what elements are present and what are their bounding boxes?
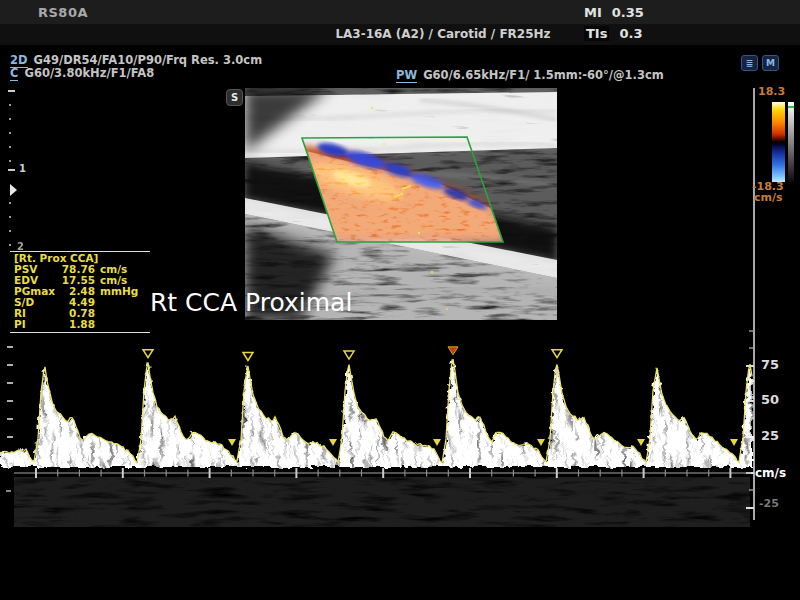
ti-label: TIs bbox=[584, 26, 609, 41]
ti-value: 0.3 bbox=[619, 26, 642, 41]
psv-marker-open bbox=[143, 350, 153, 358]
time-axis bbox=[14, 468, 751, 478]
edv-marker bbox=[537, 439, 545, 446]
velocity-label-neg25: -25 bbox=[759, 497, 779, 510]
mode-pw-label: PW bbox=[396, 68, 417, 83]
mode-2d-params: 2DG49/DR54/FA10/P90/Frq Res. 3.0cm bbox=[10, 53, 262, 67]
mode-2d-values: G49/DR54/FA10/P90/Frq Res. 3.0cm bbox=[34, 53, 263, 67]
mode-pw-params: PWG60/6.65kHz/F1/ 1.5mm:-60°/@1.3cm bbox=[396, 68, 664, 82]
measure-package-icon[interactable]: M bbox=[762, 55, 779, 71]
mode-color-values: G60/3.80kHz/F1/FA8 bbox=[24, 66, 154, 80]
ti-readout: TIs 0.3 bbox=[584, 26, 642, 41]
psv-marker-open bbox=[243, 353, 253, 361]
measurement-panel: [Rt. Prox CCA] PSV78.76cm/s EDV17.55cm/s… bbox=[10, 251, 150, 333]
mi-readout: MI 0.35 bbox=[584, 5, 644, 20]
gray-scale-bar bbox=[788, 102, 794, 182]
title-bar bbox=[0, 0, 800, 24]
velocity-unit-label: cm/s bbox=[755, 466, 786, 480]
edv-marker bbox=[329, 439, 337, 446]
velocity-label-25: 25 bbox=[761, 428, 779, 443]
velocity-label-50: 50 bbox=[761, 392, 779, 407]
annotation-text[interactable]: Rt CCA Proximal bbox=[150, 288, 352, 317]
status-icons: ≣ M bbox=[741, 55, 779, 71]
depth-label-1: 1 bbox=[19, 163, 26, 174]
system-model-label: RS80A bbox=[38, 5, 88, 20]
edv-marker bbox=[433, 439, 441, 446]
depth-ruler bbox=[8, 90, 17, 246]
edv-marker bbox=[228, 439, 236, 446]
mi-value: 0.35 bbox=[612, 5, 644, 20]
psv-marker-open bbox=[344, 351, 354, 359]
mode-color-label: C bbox=[10, 66, 18, 81]
orientation-marker: S bbox=[226, 89, 243, 106]
ultrasound-screen: RS80A LA3-16A (A2) / Carotid / FR25Hz MI… bbox=[0, 0, 800, 600]
psv-marker-selected bbox=[448, 347, 458, 355]
colorbar-unit-label: cm/s bbox=[754, 191, 783, 204]
edv-marker bbox=[637, 439, 645, 446]
beat-markers bbox=[143, 347, 738, 446]
probe-preset-label: LA3-16A (A2) / Carotid / FR25Hz bbox=[0, 27, 800, 41]
spectral-waveform bbox=[0, 359, 752, 527]
color-scale-bar bbox=[772, 102, 785, 182]
mi-label: MI bbox=[584, 5, 602, 20]
archive-stack-icon[interactable]: ≣ bbox=[741, 55, 758, 71]
velocity-label-75: 75 bbox=[761, 357, 779, 372]
mode-color-params: CG60/3.80kHz/F1/FA8 bbox=[10, 66, 154, 80]
gray-bar-marker bbox=[788, 106, 794, 108]
colorbar-max-label: 18.3 bbox=[758, 85, 785, 98]
psv-marker-open bbox=[552, 350, 562, 358]
spectral-left-ruler bbox=[6, 346, 13, 492]
focus-marker bbox=[10, 184, 17, 196]
mode-pw-values: G60/6.65kHz/F1/ 1.5mm:-60°/@1.3cm bbox=[423, 68, 664, 82]
edv-marker bbox=[730, 439, 738, 446]
measurement-row: PI1.88 bbox=[14, 319, 148, 330]
